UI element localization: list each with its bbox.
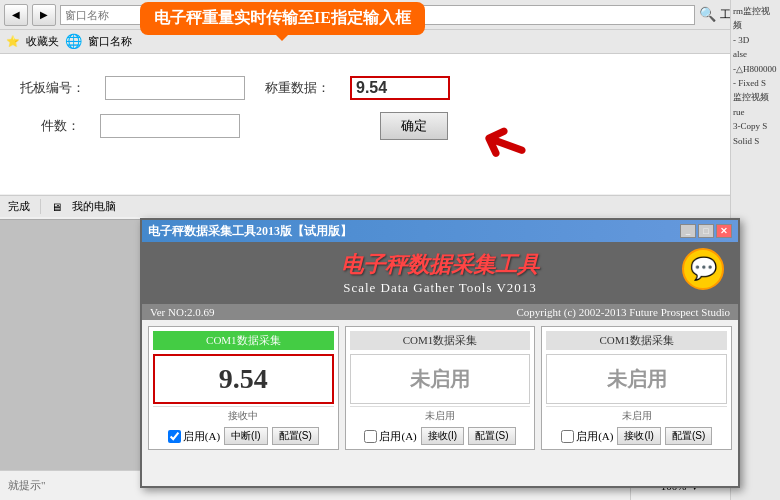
channel-2-receive[interactable]: 接收(I)	[421, 427, 464, 445]
channel-1: COM1数据采集 9.54 接收中 启用(A) 中断(I) 配置(S)	[148, 326, 339, 450]
right-panel-content: rm监控视频 - 3D alse -△H800000 - Fixed S 监控视…	[733, 4, 778, 148]
back-button[interactable]: ◀	[4, 4, 28, 26]
right-panel-item-8: Solid S	[733, 134, 778, 148]
right-panel-item-2: alse	[733, 47, 778, 61]
channel-2-enable[interactable]: 启用(A)	[364, 427, 416, 445]
pallet-row: 托板编号： 称重数据：	[20, 76, 760, 100]
scale-window-title: 电子秤数据采集工具2013版【试用版】	[148, 223, 352, 240]
channel-1-enable[interactable]: 启用(A)	[168, 427, 220, 445]
ie-logo-icon: 🌐	[65, 33, 82, 50]
scale-titlebar: 电子秤数据采集工具2013版【试用版】 _ □ ✕	[142, 220, 738, 242]
channel-2-controls: 启用(A) 接收(I) 配置(S)	[350, 427, 531, 445]
version-label: Ver NO:2.0.69	[150, 306, 214, 318]
right-panel-item-4: - Fixed S	[733, 76, 778, 90]
weight-label: 称重数据：	[265, 79, 330, 97]
channel-1-value: 9.54	[153, 354, 334, 404]
status-computer: 我的电脑	[72, 199, 116, 214]
computer-icon: 🖥	[51, 201, 62, 213]
channel-1-enable-label: 启用(A)	[183, 429, 220, 444]
channel-1-controls: 启用(A) 中断(I) 配置(S)	[153, 427, 334, 445]
right-panel-item-1: - 3D	[733, 33, 778, 47]
channel-2-header: COM1数据采集	[350, 331, 531, 350]
channel-3-checkbox[interactable]	[561, 430, 574, 443]
channel-3-header: COM1数据采集	[546, 331, 727, 350]
maximize-button[interactable]: □	[698, 224, 714, 238]
ie-search-icon[interactable]: 🔍	[699, 6, 716, 23]
channel-1-checkbox[interactable]	[168, 430, 181, 443]
channel-2-value: 未启用	[350, 354, 531, 404]
right-panel-item-6: rue	[733, 105, 778, 119]
channel-2-enable-label: 启用(A)	[379, 429, 416, 444]
right-panel-item-3: -△H800000	[733, 62, 778, 76]
scale-header-subtitle: Scale Data Gather Tools V2013	[150, 280, 730, 296]
favorites-label[interactable]: 收藏夹	[26, 34, 59, 49]
tooltip-bubble: 电子秤重量实时传输至IE指定输入框	[140, 2, 425, 35]
status-done: 完成	[8, 199, 41, 214]
right-panel-item-0: rm监控视频	[733, 4, 778, 33]
right-panel-item-7: 3-Copy S	[733, 119, 778, 133]
channel-3: COM1数据采集 未启用 未启用 启用(A) 接收(I) 配置(S)	[541, 326, 732, 450]
channel-3-receive[interactable]: 接收(I)	[617, 427, 660, 445]
favorites-icon: ⭐	[6, 35, 20, 48]
channel-1-interrupt[interactable]: 中断(I)	[224, 427, 267, 445]
pallet-input[interactable]	[105, 76, 245, 100]
channel-3-status: 未启用	[546, 406, 727, 423]
bottom-hint: 就提示"	[8, 478, 46, 493]
scale-tool-window: 电子秤数据采集工具2013版【试用版】 _ □ ✕ 电子秤数据采集工具 Scal…	[140, 218, 740, 488]
count-label: 件数：	[20, 117, 80, 135]
favorites-window-label: 窗口名称	[88, 34, 132, 49]
channel-2: COM1数据采集 未启用 未启用 启用(A) 接收(I) 配置(S)	[345, 326, 536, 450]
pallet-label: 托板编号：	[20, 79, 85, 97]
channel-1-header: COM1数据采集	[153, 331, 334, 350]
titlebar-buttons: _ □ ✕	[680, 224, 732, 238]
count-input[interactable]	[100, 114, 240, 138]
scale-header: 电子秤数据采集工具 Scale Data Gather Tools V2013 …	[142, 242, 738, 304]
ie-browser: 电子秤重量实时传输至IE指定输入框 ◀ ▶ 🔍 工具(I) ▼ ? ⭐ 收藏夹 …	[0, 0, 780, 220]
channel-3-enable-label: 启用(A)	[576, 429, 613, 444]
chat-icon: 💬	[682, 248, 724, 290]
channel-3-config[interactable]: 配置(S)	[665, 427, 712, 445]
channel-1-config[interactable]: 配置(S)	[272, 427, 319, 445]
channel-2-checkbox[interactable]	[364, 430, 377, 443]
scale-channels: COM1数据采集 9.54 接收中 启用(A) 中断(I) 配置(S) COM1…	[142, 320, 738, 456]
channel-2-config[interactable]: 配置(S)	[468, 427, 515, 445]
weight-input[interactable]	[350, 76, 450, 100]
forward-button[interactable]: ▶	[32, 4, 56, 26]
ie-statusbar: 完成 🖥 我的电脑	[0, 195, 730, 217]
scale-info-row: Ver NO:2.0.69 Copyright (c) 2002-2013 Fu…	[142, 304, 738, 320]
minimize-button[interactable]: _	[680, 224, 696, 238]
channel-3-controls: 启用(A) 接收(I) 配置(S)	[546, 427, 727, 445]
scale-header-title: 电子秤数据采集工具	[150, 250, 730, 280]
confirm-button[interactable]: 确定	[380, 112, 448, 140]
close-button[interactable]: ✕	[716, 224, 732, 238]
channel-3-enable[interactable]: 启用(A)	[561, 427, 613, 445]
count-row: 件数： 确定	[20, 112, 760, 140]
ie-content: 托板编号： 称重数据： 件数： 确定	[0, 54, 780, 194]
channel-3-value: 未启用	[546, 354, 727, 404]
copyright-label: Copyright (c) 2002-2013 Future Prospect …	[516, 306, 730, 318]
channel-1-status: 接收中	[153, 406, 334, 423]
right-panel-item-5: 监控视频	[733, 90, 778, 104]
channel-2-status: 未启用	[350, 406, 531, 423]
